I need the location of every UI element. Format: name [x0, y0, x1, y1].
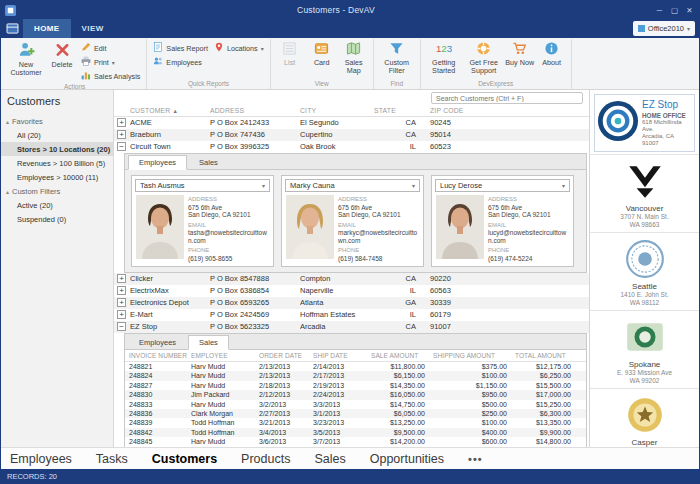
records-count: RECORDS: 20 — [7, 472, 57, 481]
cell-ship-date: 3/5/2013 — [313, 428, 371, 437]
invoice-row[interactable]: 248830 Jim Packard 2/12/2013 2/24/2013 $… — [125, 390, 586, 399]
app-icon[interactable] — [5, 5, 16, 16]
theme-selector[interactable]: Office2010 ▾ — [633, 21, 695, 36]
invoice-row[interactable]: 248842 Todd Hoffman 3/4/2013 3/5/2013 $9… — [125, 428, 586, 437]
list-view-button[interactable]: List — [274, 39, 306, 67]
cell-ship-date: 3/1/2013 — [313, 409, 371, 418]
collapse-icon[interactable]: − — [117, 142, 126, 151]
employee-selector[interactable]: Tash Ausmus ▾ — [135, 179, 270, 192]
collapse-icon[interactable]: − — [117, 322, 126, 331]
sales-map-button[interactable]: Sales Map — [338, 39, 370, 75]
customer-row-electrixmax[interactable]: + ElectrixMax P O Box 6386854 Naperville… — [114, 285, 589, 297]
nav-products[interactable]: Products — [241, 452, 290, 466]
column-sale-amount[interactable]: SALE AMOUNT — [371, 352, 433, 359]
column-employee[interactable]: EMPLOYEE — [191, 352, 259, 359]
tab-view[interactable]: VIEW — [71, 19, 115, 38]
column-customer[interactable]: CUSTOMER▲ — [130, 107, 210, 114]
nav-overflow-button[interactable]: ••• — [468, 453, 483, 465]
invoice-row[interactable]: 248836 Clark Morgan 2/27/2013 3/1/2013 $… — [125, 409, 586, 418]
invoice-row[interactable]: 248845 Harv Mudd 3/6/2013 3/7/2013 $14,2… — [125, 437, 586, 446]
location-item-seattle[interactable]: Seattle 1410 E. John St. WA 98112 — [590, 232, 699, 310]
location-item-casper[interactable]: Casper E. Wyoming Blvd — [590, 388, 699, 447]
sales-analysis-button[interactable]: Sales Analysis — [78, 69, 143, 83]
customer-row-braeburn[interactable]: + Braeburn P O Box 747436 Cupertino CA 9… — [114, 129, 589, 141]
invoice-row[interactable]: 248833 Harv Mudd 3/2/2013 3/3/2013 $14,7… — [125, 400, 586, 409]
buy-now-button[interactable]: Buy Now — [504, 39, 536, 67]
nav-tasks[interactable]: Tasks — [96, 452, 128, 466]
column-city[interactable]: CITY — [300, 107, 374, 114]
column-address[interactable]: ADDRESS — [210, 107, 300, 114]
column-shipping-amount[interactable]: SHIPPING AMOUNT — [433, 352, 515, 359]
employee-selector[interactable]: Marky Cauna ▾ — [285, 179, 420, 192]
close-button[interactable]: ✕ — [682, 6, 697, 15]
employee-photo — [436, 195, 484, 259]
sidebar-item-all[interactable]: All (20) — [1, 128, 113, 142]
maximize-button[interactable]: ▢ — [667, 6, 682, 15]
nav-opportunities[interactable]: Opportunities — [370, 452, 444, 466]
customer-row-electronics-depot[interactable]: + Electronics Depot P O Box 6593265 Atla… — [114, 297, 589, 309]
detail-tab-employees[interactable]: Employees — [128, 335, 187, 350]
cell-total-amount: $14,800.00 — [515, 437, 579, 446]
sidebar-item-stores-10-locations[interactable]: Stores > 10 Locations (20) — [1, 142, 113, 156]
expand-icon[interactable]: + — [117, 310, 126, 319]
custom-filter-button[interactable]: Custom Filter — [377, 39, 417, 75]
collapse-icon: ▴ — [6, 188, 9, 195]
detail-tab-employees[interactable]: Employees — [128, 155, 187, 170]
ribbon-group-quick-reports: Sales Report Employees Locations ▾ Quick… — [147, 39, 270, 89]
customer-row-circuit-town[interactable]: − Circuit Town P O Box 3996325 Oak Brook… — [114, 141, 589, 153]
detail-tab-sales[interactable]: Sales — [188, 335, 229, 350]
print-button[interactable]: Print ▾ — [78, 55, 143, 69]
nav-employees[interactable]: Employees — [10, 452, 72, 466]
sidebar-item-suspended[interactable]: Suspended (0) — [1, 212, 113, 226]
locations-button[interactable]: Locations ▾ — [211, 41, 267, 55]
circuit-town-detail: Employees Sales Tash Ausmus ▾ ADDRESS — [124, 153, 587, 273]
location-item-spokane[interactable]: Spokane E. 933 Mission Ave WA 99202 — [590, 310, 699, 388]
detail-tab-sales[interactable]: Sales — [188, 155, 229, 170]
expand-icon[interactable]: + — [117, 118, 126, 127]
delete-button[interactable]: Delete — [46, 39, 78, 69]
column-order-date[interactable]: ORDER DATE — [259, 352, 313, 359]
nav-customers[interactable]: Customers — [152, 452, 217, 466]
customer-row-e-mart[interactable]: + E-Mart P O Box 2424569 Hoffman Estates… — [114, 309, 589, 321]
sidebar-item-revenues[interactable]: Revenues > 100 Billion (5) — [1, 156, 113, 170]
expand-icon[interactable]: + — [117, 286, 126, 295]
edit-button[interactable]: Edit — [78, 41, 143, 55]
minimize-button[interactable]: ─ — [652, 6, 667, 15]
invoice-row[interactable]: 248839 Todd Hoffman 3/21/2013 3/23/2013 … — [125, 418, 586, 427]
nav-sales[interactable]: Sales — [314, 452, 345, 466]
sales-report-button[interactable]: Sales Report — [150, 41, 211, 55]
new-customer-button[interactable]: New Customer — [6, 39, 46, 77]
invoice-row[interactable]: 248827 Harv Mudd 2/18/2013 2/19/2013 $14… — [125, 381, 586, 390]
sidebar-item-active[interactable]: Active (20) — [1, 198, 113, 212]
location-item-vancouver[interactable]: Vancouver 3707 N. Main St. WA 98663 — [590, 154, 699, 232]
invoice-row[interactable]: 248824 Harv Mudd 2/13/2013 2/17/2013 $6,… — [125, 371, 586, 380]
column-state[interactable]: STATE — [374, 107, 430, 114]
column-ship-date[interactable]: SHIP DATE — [313, 352, 371, 359]
sidebar-section-favorites[interactable]: ▴Favorites — [1, 114, 113, 128]
employee-selector[interactable]: Lucy Derose ▾ — [435, 179, 570, 192]
column-total-amount[interactable]: TOTAL AMOUNT — [515, 352, 579, 359]
employees-report-button[interactable]: Employees — [150, 55, 211, 69]
customer-row-clicker[interactable]: + Clicker P O Box 8547888 Compton CA 902… — [114, 273, 589, 285]
about-button[interactable]: About — [536, 39, 568, 67]
card-view-button[interactable]: Card — [306, 39, 338, 67]
sidebar-section-custom-filters[interactable]: ▴Custom Filters — [1, 184, 113, 198]
report-icon — [153, 42, 163, 54]
customer-row-ez-stop[interactable]: − EZ Stop P O Box 5623325 Arcadia CA 910… — [114, 321, 589, 333]
get-free-support-button[interactable]: Get Free Support — [464, 39, 504, 75]
sidebar-title: Customers — [1, 90, 113, 114]
getting-started-button[interactable]: 123 Getting Started — [424, 39, 464, 75]
search-input[interactable] — [431, 92, 583, 104]
customer-row-acme[interactable]: + ACME P O Box 2412433 El Segundo CA 902… — [114, 117, 589, 129]
theme-label: Office2010 — [648, 24, 684, 33]
expand-icon[interactable]: + — [117, 274, 126, 283]
expand-icon[interactable]: + — [117, 130, 126, 139]
sidebar-item-employees[interactable]: Employees > 10000 (11) — [1, 170, 113, 184]
expand-icon[interactable]: + — [117, 298, 126, 307]
tab-home[interactable]: HOME — [23, 19, 71, 38]
application-button[interactable] — [1, 19, 23, 38]
column-invoice-number[interactable]: INVOICE NUMBER — [125, 352, 191, 359]
invoice-row[interactable]: 248821 Harv Mudd 2/13/2013 2/14/2013 $11… — [125, 362, 586, 371]
company-card: EZ Stop HOME OFFICE 618 Michillinda Ave.… — [594, 94, 695, 152]
column-zip[interactable]: ZIP CODE — [430, 107, 490, 114]
